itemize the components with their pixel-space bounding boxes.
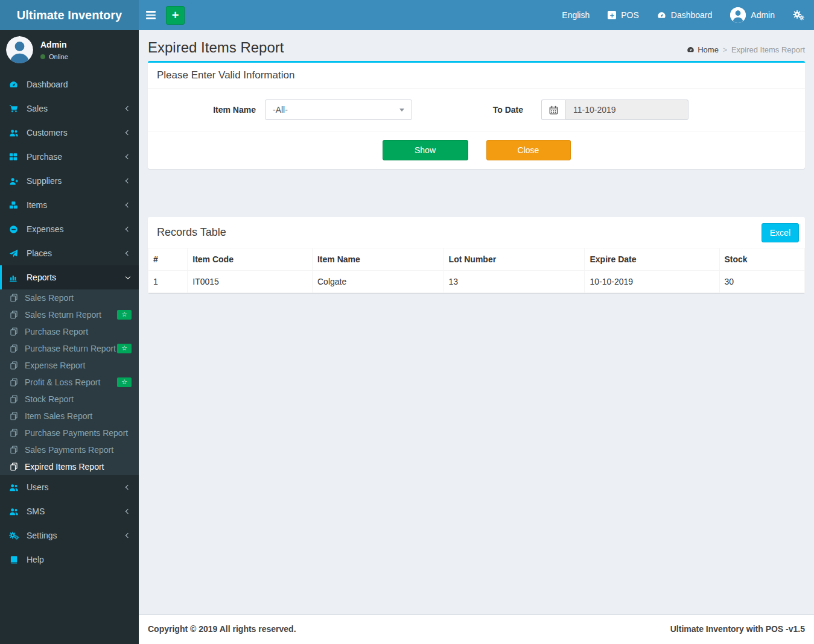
chevron-left-icon bbox=[126, 227, 130, 232]
chevron-left-icon bbox=[126, 106, 130, 111]
home-icon bbox=[687, 46, 695, 54]
sidebar-item-label: SMS bbox=[27, 507, 45, 516]
paper-plane-icon bbox=[9, 249, 21, 258]
sidebar-menu: Dashboard Sales Customers Pur bbox=[0, 72, 139, 572]
content-area: Expired Items Report Home > Expired Item… bbox=[139, 30, 814, 614]
brand-title: Ultimate Inventory bbox=[17, 8, 122, 22]
submenu-purchase-report[interactable]: Purchase Report bbox=[0, 323, 139, 340]
star-badge: ☆ bbox=[117, 310, 132, 320]
files-icon bbox=[10, 378, 20, 387]
nav-user-menu[interactable]: Admin bbox=[721, 0, 784, 30]
submenu-expired-items-report[interactable]: Expired Items Report bbox=[0, 458, 139, 475]
column-header-item-code: Item Code bbox=[188, 248, 313, 271]
submenu-sales-report[interactable]: Sales Report bbox=[0, 289, 139, 306]
show-button[interactable]: Show bbox=[383, 140, 468, 160]
cell-item-name: Colgate bbox=[312, 271, 444, 293]
sidebar-item-sms[interactable]: SMS bbox=[0, 499, 139, 523]
top-navbar: Ultimate Inventory + English + POS bbox=[0, 0, 814, 30]
submenu-item-sales-report[interactable]: Item Sales Report bbox=[0, 408, 139, 425]
sidebar-user-status: Online bbox=[40, 53, 68, 60]
files-icon bbox=[10, 429, 20, 437]
dashboard-icon bbox=[9, 80, 21, 89]
sidebar-user-info: Admin Online bbox=[40, 40, 68, 60]
nav-dashboard[interactable]: Dashboard bbox=[648, 0, 722, 30]
page-title: Expired Items Report bbox=[148, 39, 284, 56]
filter-form: Item Name -All- To Date bbox=[148, 89, 805, 131]
minus-circle-icon bbox=[9, 225, 21, 234]
records-panel: Records Table Excel # Item Code Item Nam… bbox=[148, 217, 805, 293]
column-header-lot-number: Lot Number bbox=[444, 248, 585, 271]
filter-panel-title: Please Enter Valid Information bbox=[148, 63, 805, 89]
sidebar-item-items[interactable]: Items bbox=[0, 193, 139, 217]
sidebar-user-name: Admin bbox=[40, 40, 68, 49]
submenu-purchase-payments-report[interactable]: Purchase Payments Report bbox=[0, 425, 139, 441]
excel-export-button[interactable]: Excel bbox=[762, 223, 799, 242]
breadcrumb-separator: > bbox=[723, 46, 727, 54]
sidebar-item-users[interactable]: Users bbox=[0, 475, 139, 499]
column-header-stock: Stock bbox=[719, 248, 804, 271]
table-header-row: # Item Code Item Name Lot Number Expire … bbox=[148, 248, 805, 271]
cart-icon bbox=[9, 104, 21, 113]
sidebar-item-customers[interactable]: Customers bbox=[0, 121, 139, 145]
nav-pos[interactable]: + POS bbox=[599, 0, 648, 30]
sidebar-item-dashboard[interactable]: Dashboard bbox=[0, 72, 139, 96]
dashboard-icon bbox=[657, 11, 666, 20]
user-plus-icon bbox=[9, 177, 21, 186]
footer-version: Ultimate Inventory with POS -v1.5 bbox=[670, 624, 805, 635]
sidebar-toggle-button[interactable] bbox=[139, 0, 163, 30]
to-date-input[interactable] bbox=[565, 99, 688, 120]
chevron-left-icon bbox=[126, 203, 130, 207]
navbar: + English + POS Dashboard bbox=[139, 0, 814, 30]
item-name-select[interactable]: -All- bbox=[265, 99, 412, 120]
filter-panel: Please Enter Valid Information Item Name… bbox=[148, 61, 805, 169]
submenu-label: Purchase Payments Report bbox=[25, 428, 128, 438]
submenu-profit-loss-report[interactable]: Profit & Loss Report ☆ bbox=[0, 374, 139, 391]
submenu-expense-report[interactable]: Expense Report bbox=[0, 357, 139, 374]
chevron-left-icon bbox=[126, 509, 130, 514]
quick-add-button[interactable]: + bbox=[166, 6, 185, 25]
sidebar-item-help[interactable]: Help bbox=[0, 548, 139, 572]
online-status-label: Online bbox=[49, 53, 68, 60]
to-date-label: To Date bbox=[479, 105, 523, 115]
submenu-label: Profit & Loss Report bbox=[25, 377, 100, 387]
nav-settings[interactable] bbox=[784, 0, 814, 30]
submenu-stock-report[interactable]: Stock Report bbox=[0, 391, 139, 408]
sidebar-item-label: Help bbox=[27, 555, 44, 564]
item-name-label: Item Name bbox=[157, 105, 256, 115]
files-icon bbox=[10, 395, 20, 403]
sidebar-item-reports[interactable]: Reports bbox=[0, 265, 139, 289]
submenu-purchase-return-report[interactable]: Purchase Return Report ☆ bbox=[0, 340, 139, 357]
brand-logo[interactable]: Ultimate Inventory bbox=[0, 0, 139, 30]
files-icon bbox=[10, 361, 20, 370]
sidebar-item-label: Reports bbox=[27, 273, 56, 282]
chevron-left-icon bbox=[126, 533, 130, 538]
sidebar-item-purchase[interactable]: Purchase bbox=[0, 145, 139, 169]
submenu-label: Sales Report bbox=[25, 293, 74, 303]
plus-icon: + bbox=[172, 9, 179, 21]
to-date-input-group bbox=[541, 99, 688, 120]
users-icon bbox=[9, 507, 21, 516]
filter-actions: Show Close bbox=[148, 131, 805, 169]
star-icon: ☆ bbox=[121, 344, 127, 352]
submenu-label: Purchase Report bbox=[25, 327, 88, 336]
submenu-sales-payments-report[interactable]: Sales Payments Report bbox=[0, 441, 139, 458]
close-button[interactable]: Close bbox=[486, 140, 571, 160]
breadcrumb: Home > Expired Items Report bbox=[687, 45, 805, 56]
sidebar-item-expenses[interactable]: Expenses bbox=[0, 217, 139, 241]
calendar-addon[interactable] bbox=[541, 99, 565, 120]
sidebar-item-suppliers[interactable]: Suppliers bbox=[0, 169, 139, 193]
nav-user-label: Admin bbox=[751, 10, 775, 20]
submenu-label: Stock Report bbox=[25, 394, 74, 404]
bar-chart-icon bbox=[9, 273, 21, 282]
sidebar-item-sales[interactable]: Sales bbox=[0, 96, 139, 121]
sidebar-item-label: Users bbox=[27, 482, 49, 492]
sidebar-item-label: Customers bbox=[27, 128, 68, 137]
submenu-sales-return-report[interactable]: Sales Return Report ☆ bbox=[0, 306, 139, 323]
sidebar-item-places[interactable]: Places bbox=[0, 241, 139, 265]
calendar-icon bbox=[549, 106, 558, 115]
files-icon bbox=[10, 327, 20, 336]
cubes-icon bbox=[9, 201, 21, 210]
sidebar-item-settings[interactable]: Settings bbox=[0, 523, 139, 548]
nav-language[interactable]: English bbox=[553, 0, 599, 30]
breadcrumb-home-link[interactable]: Home bbox=[687, 45, 719, 54]
